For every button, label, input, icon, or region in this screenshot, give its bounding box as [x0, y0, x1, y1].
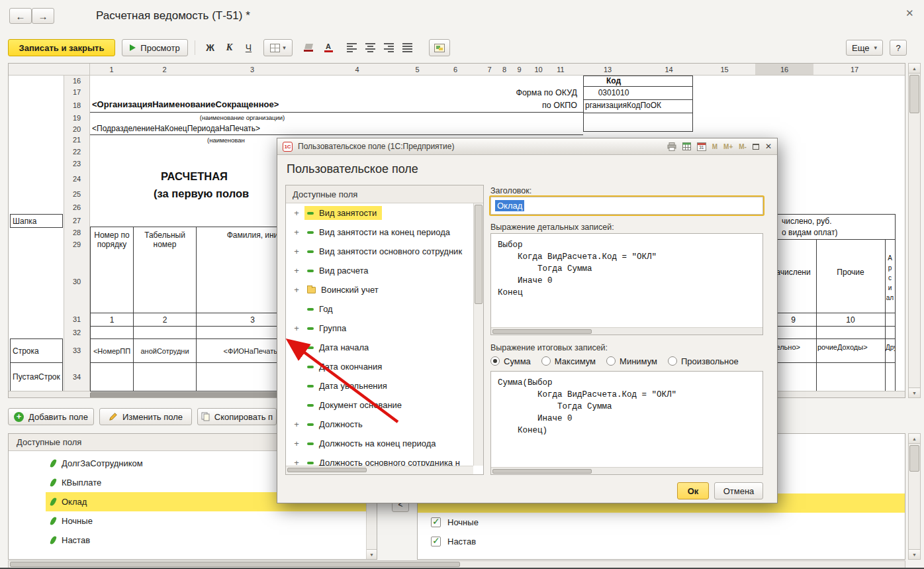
forward-button[interactable]: →	[32, 8, 54, 24]
column-header-11[interactable]: 11	[550, 64, 572, 76]
row-header-28[interactable]: 28	[64, 227, 90, 239]
column-header-14[interactable]: 14	[644, 64, 694, 76]
tree-vertical-scrollbar[interactable]	[473, 203, 483, 466]
cell-okud-code[interactable]: 0301010	[583, 86, 644, 99]
row-header-19[interactable]: 19	[64, 112, 90, 125]
column-header-10[interactable]: 10	[527, 64, 551, 76]
help-button[interactable]: ?	[890, 40, 907, 56]
radio-option-0[interactable]: Сумма	[490, 356, 531, 366]
cell-right-caption-2[interactable]: о видам оплат)	[782, 227, 837, 238]
cell-row-sdelno[interactable]: дельно>	[772, 342, 815, 352]
cell-colnum-2[interactable]: 2	[133, 313, 197, 327]
radio-option-1[interactable]: Максимум	[541, 356, 596, 366]
checkbox-item-1[interactable]: Настав	[418, 532, 905, 551]
checkbox-icon[interactable]	[431, 537, 441, 546]
column-header-1[interactable]: 1	[90, 64, 134, 76]
row-header-21[interactable]: 21	[64, 134, 90, 146]
tree-item-13[interactable]: +Должность основного сотрудника н	[286, 453, 473, 466]
tree-item-6[interactable]: +Группа	[286, 319, 473, 338]
radio-option-2[interactable]: Минимум	[606, 356, 657, 366]
cell-header-tabel[interactable]: Табельный номер	[133, 227, 197, 313]
cell-org-name[interactable]: <ОрганизацияНаименованиеСокращенное>	[92, 97, 279, 111]
table-icon[interactable]	[682, 142, 691, 150]
header-input[interactable]: Оклад	[490, 197, 763, 215]
empty-cell[interactable]	[133, 362, 197, 391]
row-header-22[interactable]: 22	[64, 145, 90, 158]
row-header-30[interactable]: 30	[64, 250, 90, 313]
detail-expression-scrollbar[interactable]	[491, 327, 762, 335]
section-label-row[interactable]: Строка	[10, 338, 63, 363]
underline-button[interactable]: Ч	[240, 39, 257, 56]
memory-minus-button[interactable]: М-	[739, 143, 747, 150]
sheet-corner[interactable]	[9, 64, 90, 76]
scroll-up-icon[interactable]: ▲	[909, 434, 920, 444]
tree-item-5[interactable]: Год	[286, 299, 473, 319]
back-button[interactable]: ←	[9, 8, 32, 24]
edit-field-button[interactable]: Изменить поле	[99, 408, 192, 425]
cell-right-caption-1[interactable]: числено, руб.	[782, 216, 831, 227]
cell-row-prochie[interactable]: рочиеДоходы>	[817, 342, 884, 352]
row-header-31[interactable]: 31	[64, 313, 90, 327]
scroll-down-icon[interactable]: ▼	[367, 549, 377, 559]
more-button[interactable]: Еще▾	[846, 40, 883, 56]
cell-row-tabel[interactable]: анойСотрудни	[133, 338, 197, 363]
ok-button[interactable]: Ок	[677, 482, 709, 499]
scrollbar-thumb[interactable]	[287, 468, 367, 472]
align-right-button[interactable]	[380, 39, 397, 56]
column-header-4[interactable]: 4	[308, 64, 406, 76]
total-expression-scrollbar[interactable]	[491, 467, 762, 474]
scroll-down-icon[interactable]: ▼	[909, 388, 920, 397]
column-header-3[interactable]: 3	[196, 64, 309, 76]
italic-button[interactable]: К	[220, 39, 238, 56]
cell-doc-title-1[interactable]: РАСЧЕТНАЯ	[161, 169, 228, 183]
cell-right-col14[interactable]: Прочие	[816, 266, 885, 279]
column-header-9[interactable]: 9	[512, 64, 528, 76]
expand-plus-icon[interactable]: +	[293, 266, 300, 276]
total-expression-input[interactable]: Сумма(Выбор Когда ВидРасчета.Код = "ОКЛ"…	[490, 371, 763, 475]
cell-doc-title-2[interactable]: (за первую полов	[154, 186, 249, 201]
expand-plus-icon[interactable]: +	[293, 208, 300, 218]
window-close-icon[interactable]: ✕	[905, 7, 914, 19]
tree-item-10[interactable]: Документ основание	[286, 395, 473, 415]
scrollbar-thumb[interactable]	[492, 329, 592, 334]
cell-colnum-1[interactable]: 1	[90, 313, 134, 327]
expand-plus-icon[interactable]: +	[293, 439, 300, 448]
expand-plus-icon[interactable]: +	[293, 419, 300, 429]
column-header-17[interactable]: 17	[813, 64, 896, 76]
checkbox-icon[interactable]	[431, 517, 441, 527]
section-label-header[interactable]: Шапка	[10, 214, 63, 228]
expand-plus-icon[interactable]: +	[293, 458, 300, 466]
scroll-down-icon[interactable]: ▼	[909, 549, 920, 559]
row-header-29[interactable]: 29	[64, 238, 90, 251]
right-panel-scrollbar[interactable]: ▲ ▼	[908, 433, 921, 560]
scrollbar-thumb[interactable]	[909, 445, 919, 472]
font-color-button[interactable]: А	[319, 39, 338, 56]
save-and-close-button[interactable]: Записать и закрыть	[8, 39, 115, 56]
row-header-24[interactable]: 24	[64, 170, 90, 188]
cell-kod-header[interactable]: Код	[583, 76, 644, 85]
dialog-titlebar[interactable]: 1С Пользовательское поле (1С:Предприятие…	[277, 138, 777, 155]
field-item-3[interactable]: Ночные	[9, 511, 366, 531]
column-header-13[interactable]: 13	[571, 64, 645, 76]
scrollbar-thumb[interactable]	[909, 75, 919, 113]
row-header-33[interactable]: 33	[64, 338, 90, 363]
cell-colnum-10[interactable]: 10	[816, 314, 885, 326]
copy-field-button[interactable]: Скопировать п	[197, 408, 277, 425]
radio-option-3[interactable]: Произвольное	[668, 356, 739, 366]
cell-division[interactable]: <ПодразделениеНаКонецПериодаНаПечать>	[92, 123, 260, 134]
row-header-20[interactable]: 20	[64, 124, 90, 135]
tree-item-9[interactable]: Дата увольнения	[286, 376, 473, 395]
tree-item-7[interactable]: +Дата начала	[286, 338, 473, 357]
field-item-4[interactable]: Настав	[9, 531, 366, 550]
row-header-18[interactable]: 18	[64, 99, 90, 113]
cell-okpo-value[interactable]: рганизацияКодПоОК	[585, 99, 692, 111]
scrollbar-thumb[interactable]	[475, 205, 483, 304]
dialog-close-icon[interactable]: ✕	[765, 142, 772, 151]
tree-item-2[interactable]: +Вид занятости основного сотрудник	[286, 242, 473, 261]
row-header-26[interactable]: 26	[64, 201, 90, 215]
tree-item-0[interactable]: +Вид занятости	[286, 203, 473, 223]
expand-plus-icon[interactable]: +	[293, 246, 300, 256]
detail-expression-input[interactable]: Выбор Когда ВидРасчета.Код = "ОКЛ" Тогда…	[490, 233, 763, 335]
column-header-15[interactable]: 15	[694, 64, 756, 76]
row-header-32[interactable]: 32	[64, 326, 90, 339]
